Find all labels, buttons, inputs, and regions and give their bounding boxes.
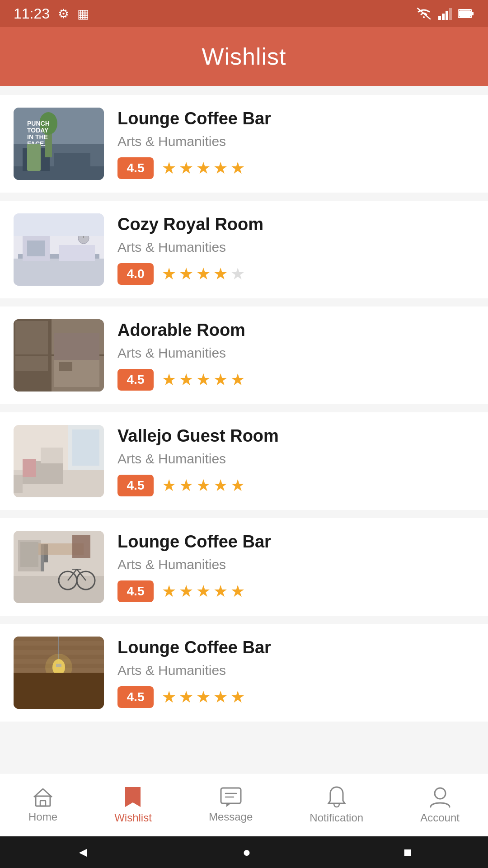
item-name: Lounge Coffee Bar: [117, 638, 474, 657]
svg-rect-24: [59, 245, 95, 261]
item-category: Arts & Humanities: [117, 240, 474, 255]
item-info: Lounge Coffee Bar Arts & Humanities 4.5 …: [117, 532, 474, 602]
nav-item-wishlist[interactable]: Wishlist: [114, 786, 152, 824]
item-info: Lounge Coffee Bar Arts & Humanities 4.5 …: [117, 638, 474, 708]
star-full: ★: [179, 476, 193, 495]
page-header: Wishlist: [0, 27, 488, 86]
item-category: Arts & Humanities: [117, 663, 474, 678]
svg-rect-43: [14, 475, 23, 493]
star-full: ★: [196, 159, 211, 178]
recents-button[interactable]: ■: [404, 844, 412, 860]
stars-container: ★★★★★: [162, 582, 245, 601]
svg-rect-1: [438, 16, 441, 20]
nav-label-wishlist: Wishlist: [114, 811, 152, 824]
svg-rect-27: [14, 213, 104, 236]
status-time: 11:23: [14, 5, 50, 22]
svg-rect-6: [472, 12, 474, 15]
rating-badge: 4.5: [117, 686, 154, 708]
star-half: ★: [230, 159, 245, 178]
home-button[interactable]: ●: [243, 844, 251, 860]
status-right: [416, 7, 474, 20]
svg-rect-35: [54, 333, 99, 360]
status-left: 11:23 ⚙ ▦: [14, 5, 89, 22]
item-category: Arts & Humanities: [117, 557, 474, 572]
svg-rect-44: [41, 448, 63, 463]
svg-rect-49: [20, 542, 38, 567]
list-item[interactable]: PUNCH TODAY IN THE FACE. Lounge Coffee B…: [0, 95, 488, 193]
item-category: Arts & Humanities: [117, 345, 474, 361]
star-full: ★: [213, 582, 228, 601]
item-image: [14, 213, 104, 286]
nav-item-message[interactable]: Message: [209, 787, 253, 823]
item-image: [14, 531, 104, 603]
star-full: ★: [179, 582, 193, 601]
nav-item-notification[interactable]: Notification: [310, 786, 363, 824]
item-rating-row: 4.5 ★★★★★: [117, 475, 474, 496]
item-info: Vallejo Guest Room Arts & Humanities 4.5…: [117, 426, 474, 496]
settings-icon: ⚙: [58, 6, 69, 21]
item-rating-row: 4.0 ★★★★★: [117, 263, 474, 285]
item-category: Arts & Humanities: [117, 451, 474, 467]
stars-container: ★★★★★: [162, 688, 245, 707]
battery-icon: [458, 9, 474, 19]
status-bar: 11:23 ⚙ ▦: [0, 0, 488, 27]
item-rating-row: 4.5 ★★★★★: [117, 686, 474, 708]
item-info: Lounge Coffee Bar Arts & Humanities 4.5 …: [117, 109, 474, 179]
wishlist-content[interactable]: PUNCH TODAY IN THE FACE. Lounge Coffee B…: [0, 86, 488, 773]
item-name: Vallejo Guest Room: [117, 426, 474, 446]
svg-rect-45: [45, 425, 63, 448]
svg-rect-20: [14, 259, 104, 286]
list-item[interactable]: Lounge Coffee Bar Arts & Humanities 4.5 …: [0, 624, 488, 722]
nav-item-account[interactable]: Account: [420, 786, 460, 824]
item-name: Adorable Room: [117, 321, 474, 340]
svg-rect-12: [54, 153, 90, 171]
svg-text:IN THE: IN THE: [27, 133, 48, 141]
item-info: Cozy Royal Room Arts & Humanities 4.0 ★★…: [117, 215, 474, 285]
rating-badge: 4.5: [117, 157, 154, 179]
stars-container: ★★★★★: [162, 476, 245, 495]
nav-label-account: Account: [420, 811, 460, 824]
rating-badge: 4.5: [117, 475, 154, 496]
star-full: ★: [196, 688, 211, 707]
list-item[interactable]: Cozy Royal Room Arts & Humanities 4.0 ★★…: [0, 201, 488, 298]
star-full: ★: [179, 159, 193, 178]
svg-rect-42: [23, 459, 36, 477]
star-empty: ★: [230, 264, 245, 283]
item-image: PUNCH TODAY IN THE FACE.: [14, 108, 104, 180]
star-full: ★: [196, 370, 211, 389]
star-full: ★: [213, 688, 228, 707]
svg-rect-7: [459, 10, 471, 17]
wifi-icon: [416, 7, 432, 20]
item-rating-row: 4.5 ★★★★★: [117, 580, 474, 602]
rating-badge: 4.0: [117, 263, 154, 285]
svg-rect-70: [14, 673, 104, 709]
back-button[interactable]: ◄: [76, 844, 90, 860]
item-category: Arts & Humanities: [117, 134, 474, 149]
svg-text:TODAY: TODAY: [27, 127, 49, 134]
stars-container: ★★★★★: [162, 159, 245, 178]
nav-item-home[interactable]: Home: [28, 787, 57, 823]
item-name: Cozy Royal Room: [117, 215, 474, 234]
star-full: ★: [213, 159, 228, 178]
list-item[interactable]: Vallejo Guest Room Arts & Humanities 4.5…: [0, 412, 488, 510]
list-item[interactable]: Lounge Coffee Bar Arts & Humanities 4.5 …: [0, 518, 488, 616]
svg-rect-23: [27, 241, 45, 256]
nav-label-message: Message: [209, 811, 253, 823]
item-rating-row: 4.5 ★★★★★: [117, 369, 474, 391]
rating-badge: 4.5: [117, 580, 154, 602]
star-half: ★: [230, 582, 245, 601]
nav-label-home: Home: [28, 811, 57, 823]
svg-rect-34: [59, 362, 72, 371]
list-item[interactable]: Adorable Room Arts & Humanities 4.5 ★★★★…: [0, 307, 488, 404]
svg-rect-72: [40, 801, 46, 806]
account-icon: [430, 786, 450, 808]
star-half: ★: [230, 476, 245, 495]
svg-point-76: [435, 788, 446, 799]
stars-container: ★★★★★: [162, 264, 245, 283]
star-full: ★: [162, 688, 176, 707]
system-navigation: ◄ ● ■: [0, 836, 488, 868]
svg-rect-59: [72, 535, 90, 558]
svg-text:PUNCH: PUNCH: [27, 120, 50, 127]
svg-text:FACE.: FACE.: [27, 140, 46, 147]
star-full: ★: [179, 264, 193, 283]
